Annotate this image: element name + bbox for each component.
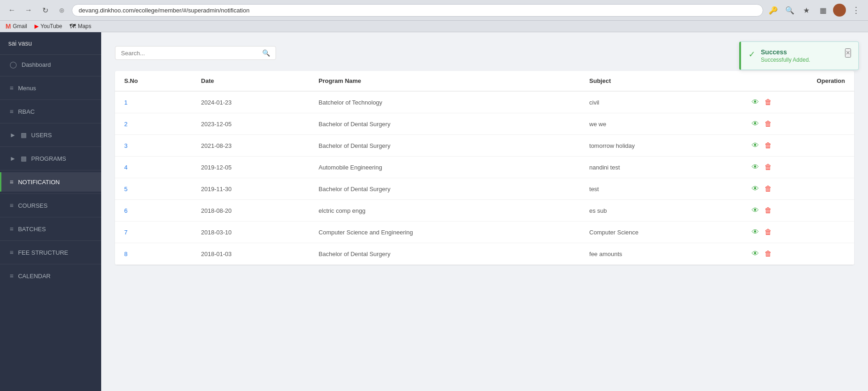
fee-structure-icon: ≡ xyxy=(10,249,13,256)
cell-date: 2018-08-20 xyxy=(192,200,310,222)
cell-date: 2019-11-30 xyxy=(192,178,310,200)
cell-subject: nandini test xyxy=(580,157,742,178)
table-row: 8 2018-01-03 Bachelor of Dental Surgery … xyxy=(115,243,854,265)
user-avatar[interactable] xyxy=(833,4,846,17)
search-icon: 🔍 xyxy=(262,49,270,57)
sidebar-item-dashboard[interactable]: ◯ Dashboard xyxy=(0,55,101,74)
sidebar-item-notification[interactable]: ≡ NOTIFICATION xyxy=(0,172,101,192)
divider-6 xyxy=(0,193,101,194)
cell-program: Automobile Engineering xyxy=(310,157,580,178)
sidebar-item-fee-structure-label: FEE STRUCTURE xyxy=(18,249,68,256)
table-row: 2 2023-12-05 Bachelor of Dental Surgery … xyxy=(115,113,854,135)
cell-date: 2019-12-05 xyxy=(192,157,310,178)
bookmark-youtube-label: YouTube xyxy=(40,23,62,29)
cell-operation: 👁 🗑 xyxy=(742,200,854,222)
cell-operation: 👁 🗑 xyxy=(742,157,854,178)
delete-button[interactable]: 🗑 xyxy=(765,228,772,236)
sidebar-user: sai vasu xyxy=(0,32,101,55)
delete-button[interactable]: 🗑 xyxy=(765,98,772,106)
cell-operation: 👁 🗑 xyxy=(742,113,854,135)
view-button[interactable]: 👁 xyxy=(752,206,759,215)
sidebar-item-calendar[interactable]: ≡ CALENDAR xyxy=(0,266,101,286)
users-icon: ▩ xyxy=(21,131,27,139)
profile-toggle-button[interactable]: ◎ xyxy=(55,4,68,17)
programs-icon: ▩ xyxy=(21,155,27,162)
view-button[interactable]: 👁 xyxy=(752,98,759,106)
view-button[interactable]: 👁 xyxy=(752,228,759,236)
view-button[interactable]: 👁 xyxy=(752,120,759,128)
cell-program: Bachelor of Dental Surgery xyxy=(310,178,580,200)
sidebar-item-menus[interactable]: ≡ Menus xyxy=(0,78,101,98)
reload-button[interactable]: ↻ xyxy=(39,4,52,17)
sidebar-item-notification-label: NOTIFICATION xyxy=(18,179,60,186)
bookmark-gmail[interactable]: M Gmail xyxy=(6,23,27,30)
bookmark-maps-label: Maps xyxy=(78,23,91,29)
sidebar-item-users-label: USERS xyxy=(31,132,52,139)
cell-subject: es sub xyxy=(580,200,742,222)
success-check-icon: ✓ xyxy=(748,49,755,59)
key-icon-button[interactable]: 🔑 xyxy=(767,4,780,17)
search-input[interactable] xyxy=(121,50,262,57)
view-button[interactable]: 👁 xyxy=(752,141,759,150)
delete-button[interactable]: 🗑 xyxy=(765,185,772,193)
divider-3 xyxy=(0,123,101,123)
table-row: 6 2018-08-20 elctric comp engg es sub 👁 … xyxy=(115,200,854,222)
split-view-button[interactable]: ▦ xyxy=(816,4,829,17)
view-button[interactable]: 👁 xyxy=(752,250,759,258)
success-toast: ✓ Success Successfully Added. × xyxy=(739,41,859,70)
table-row: 7 2018-03-10 Computer Science and Engine… xyxy=(115,222,854,243)
cell-program: elctric comp engg xyxy=(310,200,580,222)
delete-button[interactable]: 🗑 xyxy=(765,141,772,150)
table-header-row: S.No Date Program Name Subject Operation xyxy=(115,71,854,91)
cell-operation: 👁 🗑 xyxy=(742,91,854,113)
delete-button[interactable]: 🗑 xyxy=(765,163,772,171)
menu-button[interactable]: ⋮ xyxy=(850,4,862,17)
toast-close-button[interactable]: × xyxy=(845,48,851,58)
bookmark-maps[interactable]: 🗺 Maps xyxy=(69,23,91,30)
youtube-icon: ▶ xyxy=(34,23,39,29)
bookmarks-bar: M Gmail ▶ YouTube 🗺 Maps xyxy=(0,21,868,32)
table-row: 5 2019-11-30 Bachelor of Dental Surgery … xyxy=(115,178,854,200)
divider-4 xyxy=(0,146,101,147)
sidebar-item-batches[interactable]: ≡ BATCHES xyxy=(0,219,101,239)
sidebar-item-programs[interactable]: ► ▩ PROGRAMS xyxy=(0,149,101,168)
view-button[interactable]: 👁 xyxy=(752,163,759,171)
cell-sno: 7 xyxy=(115,222,192,243)
col-program-name: Program Name xyxy=(310,71,580,91)
forward-button[interactable]: → xyxy=(22,4,35,17)
cell-subject: test xyxy=(580,178,742,200)
menus-icon: ≡ xyxy=(10,84,13,92)
cell-sno: 5 xyxy=(115,178,192,200)
col-date: Date xyxy=(192,71,310,91)
sidebar-item-users[interactable]: ► ▩ USERS xyxy=(0,125,101,145)
sidebar-item-programs-label: PROGRAMS xyxy=(31,155,66,162)
search-browser-button[interactable]: 🔍 xyxy=(783,4,796,17)
notification-icon: ≡ xyxy=(10,178,13,186)
cell-date: 2021-08-23 xyxy=(192,135,310,157)
cell-sno: 6 xyxy=(115,200,192,222)
sidebar-item-fee-structure[interactable]: ≡ FEE STRUCTURE xyxy=(0,243,101,262)
delete-button[interactable]: 🗑 xyxy=(765,250,772,258)
cell-operation: 👁 🗑 xyxy=(742,135,854,157)
sidebar-item-calendar-label: CALENDAR xyxy=(18,273,51,280)
bookmark-gmail-label: Gmail xyxy=(13,23,27,29)
view-button[interactable]: 👁 xyxy=(752,185,759,193)
bookmark-youtube[interactable]: ▶ YouTube xyxy=(34,23,62,29)
delete-button[interactable]: 🗑 xyxy=(765,120,772,128)
app-container: sai vasu ◯ Dashboard ≡ Menus ≡ RBAC ► ▩ … xyxy=(0,32,868,391)
dashboard-icon: ◯ xyxy=(10,61,17,68)
col-operation: Operation xyxy=(742,71,854,91)
back-button[interactable]: ← xyxy=(6,4,18,17)
sidebar-item-courses[interactable]: ≡ COURSES xyxy=(0,196,101,215)
notification-table: S.No Date Program Name Subject Operation… xyxy=(115,71,854,265)
cell-subject: tomorrow holiday xyxy=(580,135,742,157)
sidebar-item-rbac[interactable]: ≡ RBAC xyxy=(0,102,101,121)
address-bar[interactable]: devang.dinkhoo.com/ecollege/member/#/sup… xyxy=(72,4,763,17)
cell-operation: 👁 🗑 xyxy=(742,222,854,243)
cell-date: 2018-03-10 xyxy=(192,222,310,243)
table-row: 1 2024-01-23 Batchelor of Technology civ… xyxy=(115,91,854,113)
delete-button[interactable]: 🗑 xyxy=(765,206,772,215)
cell-sno: 3 xyxy=(115,135,192,157)
cell-operation: 👁 🗑 xyxy=(742,178,854,200)
star-button[interactable]: ★ xyxy=(800,4,813,17)
